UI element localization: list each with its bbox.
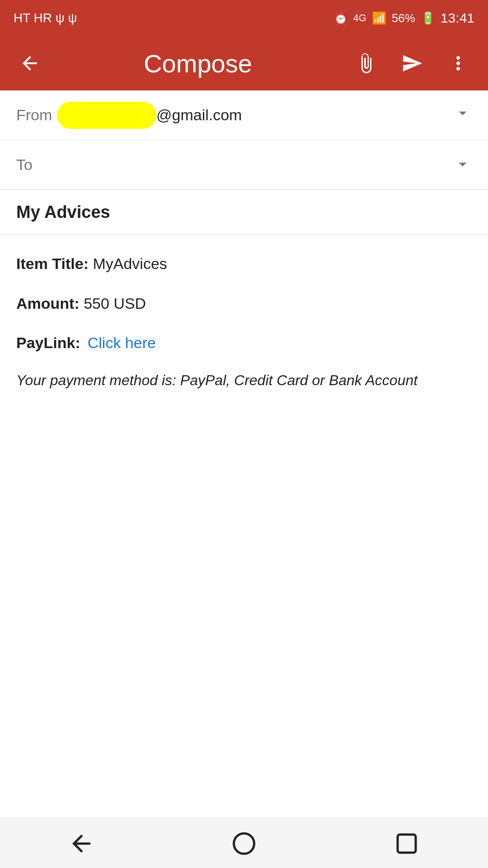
paylink-link[interactable]: Click here <box>88 332 156 354</box>
item-title-line: Item Title: MyAdvices <box>16 253 472 275</box>
status-alarm-icon: ⏰ <box>333 11 348 25</box>
app-bar: Compose <box>0 36 488 90</box>
to-row[interactable]: To <box>0 140 488 190</box>
svg-point-0 <box>234 833 254 854</box>
item-title-label: Item Title: <box>16 255 89 272</box>
status-battery: 56% <box>392 11 415 25</box>
from-row: From @gmail.com <box>0 90 488 140</box>
subject-row: My Advices <box>0 190 488 235</box>
compose-title: Compose <box>60 49 336 78</box>
svg-rect-1 <box>398 835 416 853</box>
item-title-value-text: MyAdvices <box>93 255 167 272</box>
more-button[interactable] <box>442 47 474 80</box>
paylink-label: PayLink: <box>16 332 80 354</box>
status-left: HT HR ψ ψ <box>14 11 77 25</box>
from-label: From <box>16 106 57 124</box>
subject-text: My Advices <box>16 203 110 222</box>
from-value: @gmail.com <box>57 102 454 129</box>
to-chevron-icon[interactable] <box>454 155 472 175</box>
from-chevron-icon[interactable] <box>454 104 472 126</box>
from-email-highlight <box>57 102 156 129</box>
amount-value-text: 550 USD <box>84 295 146 312</box>
paylink-line: PayLink: Click here <box>16 332 472 354</box>
status-signal-icon: 📶 <box>372 11 386 25</box>
status-battery-icon: 🔋 <box>421 11 435 25</box>
send-button[interactable] <box>396 47 428 80</box>
payment-note: Your payment method is: PayPal, Credit C… <box>16 372 472 389</box>
amount-label: Amount: <box>16 295 80 312</box>
status-bar: HT HR ψ ψ ⏰ 4G 📶 56% 🔋 13:41 <box>0 0 488 36</box>
email-body: Item Title: MyAdvices Amount: 550 USD Pa… <box>0 235 488 407</box>
status-right: ⏰ 4G 📶 56% 🔋 13:41 <box>333 10 474 26</box>
status-data-icon: 4G <box>353 12 366 24</box>
nav-home-button[interactable] <box>221 821 267 866</box>
email-content: From @gmail.com To My Advices Item Title… <box>0 90 488 407</box>
amount-line: Amount: 550 USD <box>16 293 472 315</box>
nav-recent-button[interactable] <box>384 821 429 866</box>
from-email-suffix: @gmail.com <box>156 106 242 124</box>
status-time: 13:41 <box>441 10 474 26</box>
attach-button[interactable] <box>350 47 382 80</box>
to-label: To <box>16 156 57 174</box>
back-button[interactable] <box>14 47 46 80</box>
status-carrier: HT HR ψ ψ <box>14 11 77 25</box>
bottom-nav <box>0 818 488 868</box>
nav-back-button[interactable] <box>59 821 104 866</box>
